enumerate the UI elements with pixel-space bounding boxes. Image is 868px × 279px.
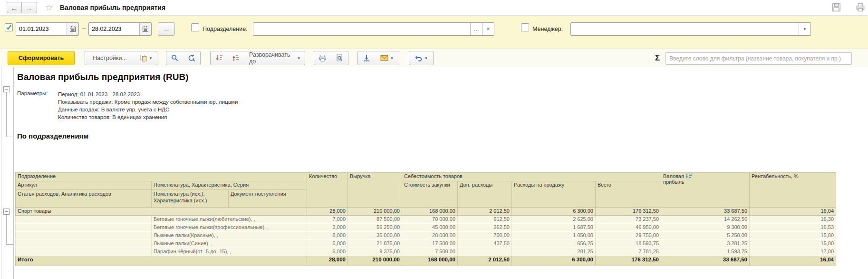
article-cell [16,216,152,224]
print-icon[interactable] [855,3,866,13]
report-collapse-button[interactable]: − [3,86,10,92]
sum-sigma-icon: Σ [655,53,660,63]
report-variants-button[interactable]: ▾ [135,51,157,65]
print-preview-button[interactable] [331,51,348,65]
subdivision-checkbox[interactable] [191,23,199,31]
print-button[interactable] [314,51,331,65]
save-icon[interactable] [832,3,841,13]
detail-row: Парафин чёрный(от -5 до -15), ,5,0009 37… [16,248,836,256]
calendar-icon [69,26,76,32]
print-preview-icon [336,54,343,62]
chevron-down-icon: ▾ [298,56,300,60]
margin-cell: 15,00 [750,232,836,240]
group-collapse-button[interactable]: − [3,209,10,215]
collapse-rows-button[interactable] [210,51,228,65]
revenue-cell: 87 500,00 [348,216,402,224]
extra-cell: 2 012,50 [458,208,512,216]
checkmark-icon [5,24,12,31]
qty-cell: 28,000 [307,208,348,216]
send-mail-button[interactable]: ▾ [375,51,399,65]
revenue-cell: 21 875,00 [348,240,402,248]
manager-dropdown-button[interactable]: ▾ [799,23,810,35]
section-title: По подразделениям [17,132,88,140]
params-list: Период: 01.01.2023 - 28.02.2023 Показыва… [58,90,238,121]
grouping-bracket [6,92,13,137]
nav-buttons: ← → [7,2,37,13]
report-table-body: Спорт товары28,000210 000,00168 000,002 … [16,208,836,266]
total-row: Итого28,000210 000,00168 000,002 012,506… [16,256,836,266]
nomenclature-cell: Парафин чёрный(от -5 до -15), , [152,248,307,256]
download-icon [363,54,370,62]
search-button[interactable] [166,51,183,65]
revenue-cell: 56 250,00 [348,224,402,232]
header-extra: Доп. расходы [458,181,512,208]
manager-checkbox[interactable] [521,23,529,31]
subdivision-lookup-button[interactable]: … [470,23,482,35]
margin-cell: 16,04 [750,256,836,266]
favorite-star-icon[interactable]: ☆ [45,2,53,13]
search-icon [171,54,179,62]
date-from-input[interactable] [16,23,67,35]
manager-input[interactable] [571,23,799,35]
header-total: Всего [596,181,661,208]
date-to-input[interactable] [89,23,139,35]
calendar-button[interactable] [67,23,78,35]
expand-rows-button[interactable] [227,51,245,65]
article-cell [16,240,152,248]
subdivision-input[interactable] [253,23,470,35]
grouping-bracket [6,215,13,245]
save-report-button[interactable] [357,51,375,65]
qty-cell: 8,000 [307,232,348,240]
article-cell [16,224,152,232]
subdivision-clear-button[interactable]: × [482,23,494,35]
revenue-cell: 35 000,00 [348,232,402,240]
sort-descending-icon[interactable] [685,173,693,179]
report-area: − Валовая прибыль предприятия (RUB) Пара… [0,67,868,279]
header-profit: Валовая прибыль [661,173,750,208]
settings-button[interactable]: Настройки... [85,51,135,65]
header-nomenclature-src: Номенклатура (исх.), Характеристика (исх… [152,190,229,208]
quick-filter-input[interactable] [665,52,852,65]
selling-cell: 6 300,00 [512,256,596,266]
forward-arrow-icon: → [26,4,33,12]
selling-cell: 1 050,00 [512,232,596,240]
total-cell: 176 312,50 [596,208,661,216]
detail-row: Лыжные палки(Синие), ,5,00021 875,0017 5… [16,240,836,248]
back-arrow-icon: ← [11,4,18,12]
filter-bar: – ... Подразделение: … × Менеджер: ▾ [0,16,868,49]
qty-cell: 28,000 [307,256,348,266]
mail-icon [380,55,388,61]
period-more-button[interactable]: ... [158,22,175,36]
window-title: Валовая прибыль предприятия [60,4,165,11]
expand-to-button[interactable]: Разворачивать до ▾ [244,51,305,65]
generate-button[interactable]: Сформировать [8,51,75,65]
article-cell [16,248,152,256]
purchase-cell: 168 000,00 [402,208,458,216]
period-checkbox[interactable] [5,23,13,31]
total-cell: 18 593,75 [596,240,661,248]
table-header: Подразделение Количество Выручка Себесто… [16,173,836,208]
extra-cell: 700,00 [458,232,512,240]
history-actions-button[interactable]: ▾ [409,51,434,65]
extra-cell: 437,50 [458,240,512,248]
manager-field: ▾ [570,22,811,36]
margin-cell: 16,04 [750,208,836,216]
calendar-icon [142,26,149,32]
header-subdivision: Подразделение [16,173,307,181]
profit-cell: 14 262,50 [661,216,750,224]
purchase-cell: 168 000,00 [402,256,458,266]
collapse-rows-icon [215,54,223,62]
forward-button[interactable]: → [22,2,37,13]
revenue-cell: 9 375,00 [348,248,402,256]
profit-cell: 3 281,25 [661,240,750,248]
qty-cell: 3,000 [307,224,348,232]
back-button[interactable]: ← [7,2,22,13]
grouping-line-outer [1,67,1,279]
refresh-search-button[interactable] [183,51,201,65]
nomenclature-cell: Беговые гоночные лыжи(любительские), , [152,216,307,224]
calendar-button[interactable] [139,23,151,35]
selling-cell: 1 687,50 [512,224,596,232]
subdivision-label: Подразделение: [203,26,248,32]
chevron-down-icon: ▾ [150,56,152,60]
margin-cell: 16,30 [750,216,836,224]
